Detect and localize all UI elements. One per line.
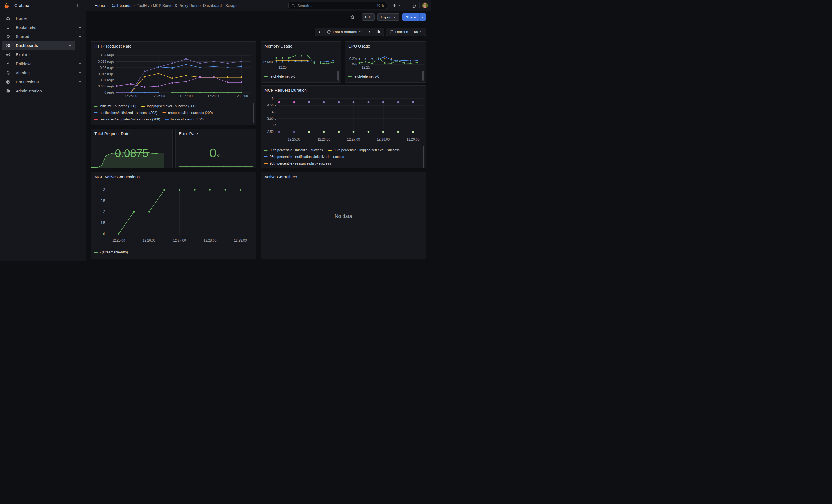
refresh-interval-picker[interactable]: 5s (411, 27, 426, 36)
legend-item[interactable]: resources/templates/list - success (200) (94, 117, 160, 121)
panel-cpu-usage: CPU Usage 12:250%0.2% fetch-telemetry-0 (345, 41, 426, 82)
search-icon (291, 4, 295, 7)
legend-scrollbar[interactable] (253, 103, 254, 123)
sidebar-item-label: Explore (16, 52, 30, 57)
share-button[interactable]: Share (402, 14, 419, 21)
legend-item[interactable]: 95th percentile - resources/list - succe… (264, 161, 331, 165)
chevron-down-icon (359, 30, 362, 33)
header-divider (407, 3, 408, 8)
legend-item[interactable]: tools/call - error (404) (165, 117, 204, 121)
panel-title[interactable]: Active Goroutines (264, 175, 297, 179)
chart-legend: - (streamable-http) (94, 249, 252, 257)
svg-text:0.005 req/s: 0.005 req/s (98, 84, 114, 88)
favorite-star-icon[interactable] (350, 15, 355, 20)
sidebar-item-label: Drilldown (16, 61, 33, 66)
edit-button[interactable]: Edit (362, 14, 375, 21)
svg-text:12:25: 12:25 (362, 65, 370, 69)
sidebar-item-drilldown[interactable]: Drilldown (2, 59, 75, 68)
svg-text:3: 3 (103, 188, 105, 192)
avatar[interactable] (422, 2, 428, 8)
chevron-down-icon (78, 71, 82, 75)
memory-usage-chart[interactable]: 12:2516 MiB (261, 49, 341, 73)
sidebar-item-connections[interactable]: Connections (2, 77, 75, 86)
legend-item[interactable]: logging/setLevel - success (200) (141, 104, 196, 108)
legend-item[interactable]: resources/list - success (200) (162, 111, 213, 115)
sidebar-item-label: Connections (16, 80, 38, 84)
svg-text:?: ? (413, 4, 414, 7)
legend-item[interactable]: 95th percentile - initialize - success (264, 148, 323, 152)
sidebar-item-label: Starred (16, 34, 29, 39)
panel-title[interactable]: HTTP Request Rate (94, 44, 131, 48)
add-button[interactable] (392, 2, 400, 9)
chevron-down-icon (397, 4, 400, 7)
sidebar-item-explore[interactable]: Explore (2, 50, 75, 59)
search-shortcut: ⌘+k (376, 4, 384, 8)
sidebar-item-administration[interactable]: Administration (2, 86, 75, 96)
legend-item[interactable]: initialize - success (200) (94, 104, 136, 108)
svg-text:3 s: 3 s (272, 123, 276, 127)
grafana-logo-icon[interactable] (3, 2, 10, 9)
active-indicator (2, 24, 2, 31)
panel-title[interactable]: CPU Usage (348, 44, 370, 48)
svg-text:0.03 req/s: 0.03 req/s (100, 53, 114, 57)
help-icon: ? (411, 3, 416, 8)
legend-scrollbar[interactable] (423, 145, 424, 167)
dashboard-canvas: Edit Export Share (86, 11, 432, 261)
panel-title[interactable]: Memory Usage (264, 44, 292, 48)
svg-text:12:27:00: 12:27:00 (347, 137, 360, 141)
breadcrumb-dashboards[interactable]: Dashboards (111, 3, 131, 8)
refresh-icon (389, 30, 393, 34)
panel-total-request-rate: Total Request Rate 0.0875 (91, 129, 173, 168)
sidebar-item-label: Alerting (16, 71, 30, 75)
svg-text:4 s: 4 s (272, 110, 276, 114)
legend-item[interactable]: fetch-telemetry-0 (348, 75, 380, 78)
active-indicator (2, 78, 2, 85)
chart-legend: fetch-telemetry-0 (348, 73, 422, 81)
clock-icon (327, 30, 331, 34)
stat-value: 0.0875 (91, 147, 172, 160)
svg-text:1.5: 1.5 (100, 221, 105, 225)
legend-item[interactable]: - (streamable-http) (94, 250, 128, 254)
sidebar-item-starred[interactable]: Starred (2, 32, 75, 41)
sidebar-item-alerting[interactable]: Alerting (2, 68, 75, 77)
plug-icon (6, 80, 10, 84)
refresh-button[interactable]: Refresh (386, 27, 411, 36)
cpu-usage-chart[interactable]: 12:250%0.2% (345, 49, 426, 73)
http-request-rate-chart[interactable]: 12:25:0012:26:0012:27:0012:28:0012:29:00… (91, 50, 255, 102)
panel-title[interactable]: MCP Request Duration (264, 88, 307, 92)
search-box[interactable]: ⌘+k (288, 2, 387, 9)
legend-scrollbar[interactable] (337, 71, 339, 81)
time-forward-button[interactable] (365, 27, 374, 36)
legend-item[interactable]: 95th percentile - notifications/initiali… (264, 155, 344, 159)
time-back-button[interactable] (315, 27, 324, 36)
svg-text:12:25:00: 12:25:00 (288, 137, 301, 141)
active-indicator (2, 33, 2, 40)
zoom-out-button[interactable] (374, 27, 384, 36)
time-range-picker[interactable]: Last 5 minutes (324, 27, 365, 36)
help-button[interactable]: ? (411, 2, 416, 9)
search-input[interactable] (297, 4, 376, 8)
panel-title[interactable]: MCP Active Connections (94, 175, 140, 179)
sidebar-item-home[interactable]: Home (2, 14, 75, 23)
chart-legend: initialize - success (200)logging/setLev… (94, 103, 252, 124)
mcp-active-connections-chart[interactable]: 12:25:0012:26:0012:27:0012:28:0012:29:00… (91, 181, 255, 247)
chevron-down-icon (78, 80, 82, 84)
export-button[interactable]: Export (378, 14, 399, 21)
mcp-request-duration-chart[interactable]: 12:25:0012:26:0012:27:0012:28:0012:29:00… (261, 94, 425, 146)
panel-http-request-rate: HTTP Request Rate 12:25:0012:26:0012:27:… (91, 41, 256, 125)
star-icon (6, 34, 10, 39)
sidebar-nav: HomeBookmarksStarredDashboardsExploreDri… (0, 11, 86, 261)
sidebar-item-bookmarks[interactable]: Bookmarks (2, 23, 75, 32)
sidebar-toggle-icon[interactable] (77, 3, 82, 8)
sidebar-item-label: Dashboards (16, 43, 38, 48)
legend-item[interactable]: notifications/initialized - success (202… (94, 111, 157, 115)
legend-scrollbar[interactable] (422, 71, 424, 81)
bookmark-icon (6, 25, 10, 30)
svg-text:0.02 req/s: 0.02 req/s (100, 66, 114, 70)
legend-item[interactable]: fetch-telemetry-0 (264, 75, 295, 78)
sidebar-item-dashboards[interactable]: Dashboards (2, 41, 75, 50)
share-menu-button[interactable] (419, 14, 426, 21)
active-indicator (2, 87, 2, 95)
legend-item[interactable]: 95th percentile - logging/setLevel - suc… (328, 148, 400, 152)
breadcrumb-home[interactable]: Home (95, 3, 105, 8)
